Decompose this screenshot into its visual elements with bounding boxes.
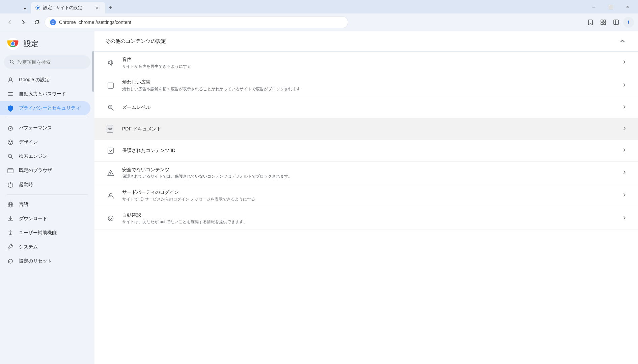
chevron-right-icon	[622, 82, 627, 89]
google-logo	[7, 38, 19, 50]
reset-icon	[7, 257, 14, 265]
sidebar-toggle-button[interactable]	[610, 17, 622, 28]
sidebar-item-download[interactable]: ダウンロード	[0, 212, 90, 226]
restore-button[interactable]: ⬜	[603, 2, 618, 12]
chrome-label: Chrome	[59, 20, 76, 25]
setting-item-unsafe[interactable]: 安全でないコンテンツ 保護されているサイトでは、保護されていないコンテンツはデフ…	[94, 162, 638, 184]
search-icon	[7, 153, 14, 160]
sidebar-item-search[interactable]: 検索エンジン	[0, 149, 90, 163]
setting-item-login[interactable]: サードパーティのログイン サイトで ID サービスからのログイン メッセージを表…	[94, 184, 638, 207]
sidebar-item-label: Google の設定	[19, 77, 50, 83]
search-input[interactable]	[18, 59, 85, 65]
address-bar[interactable]: Chrome chrome://settings/content	[45, 16, 348, 28]
scrollbar-thumb[interactable]	[92, 51, 94, 92]
minimize-button[interactable]: ─	[586, 2, 602, 12]
setting-desc: サイトが音声を再生できるようにする	[122, 64, 616, 69]
tab-dropdown-btn[interactable]: ▾	[20, 4, 30, 13]
svg-text:PDF: PDF	[108, 128, 113, 130]
person-icon	[7, 76, 14, 84]
sidebar-item-design[interactable]: デザイン	[0, 135, 90, 149]
section-header: その他のコンテンツの設定	[94, 31, 638, 52]
address-text: chrome://settings/content	[79, 20, 131, 25]
wrench-icon	[7, 243, 14, 251]
setting-text-pdf: PDF ドキュメント	[122, 126, 616, 132]
drm-icon	[105, 145, 116, 156]
svg-point-13	[11, 42, 15, 46]
setting-title: PDF ドキュメント	[122, 126, 616, 132]
setting-text-drm: 保護されたコンテンツ ID	[122, 147, 616, 154]
new-tab-button[interactable]: +	[105, 2, 116, 13]
section-title: その他のコンテンツの設定	[105, 38, 166, 44]
main-content: その他のコンテンツの設定 音声 サイトが音声を再生できるようにする	[94, 31, 638, 364]
setting-item-drm[interactable]: 保護されたコンテンツ ID	[94, 140, 638, 162]
browser-icon	[7, 167, 14, 174]
sidebar-item-privacy[interactable]: プライバシーとセキュリティ	[0, 101, 90, 115]
list-icon	[7, 90, 14, 98]
back-button[interactable]	[4, 17, 16, 28]
login-icon	[105, 190, 116, 201]
setting-item-pdf[interactable]: PDF PDF ドキュメント	[94, 119, 638, 140]
setting-text-captcha: 自動確認 サイトは、あなたが bot でないことを確認する情報を提供できます。	[122, 212, 616, 225]
setting-item-captcha[interactable]: 自動確認 サイトは、あなたが bot でないことを確認する情報を提供できます。	[94, 207, 638, 230]
sidebar-item-label: 設定のリセット	[19, 258, 52, 264]
gauge-icon	[7, 124, 14, 132]
close-button[interactable]: ✕	[620, 2, 635, 12]
setting-title: 保護されたコンテンツ ID	[122, 147, 616, 154]
setting-item-ads[interactable]: 煩わしい広告 煩わしい広告や誤解を招く広告が表示されることがわかっているサイトで…	[94, 74, 638, 97]
bookmark-button[interactable]	[585, 17, 596, 28]
chevron-right-icon	[622, 170, 627, 176]
sidebar-item-accessibility[interactable]: ユーザー補助機能	[0, 226, 90, 240]
setting-item-audio[interactable]: 音声 サイトが音声を再生できるようにする	[94, 52, 638, 74]
sidebar-item-system[interactable]: システム	[0, 240, 90, 254]
svg-point-44	[110, 175, 111, 175]
reload-button[interactable]	[31, 17, 43, 28]
chevron-right-icon	[622, 192, 627, 199]
sidebar-item-startup[interactable]: 起動時	[0, 178, 90, 192]
ads-icon	[105, 80, 116, 91]
download-icon	[7, 215, 14, 222]
setting-title: 音声	[122, 56, 616, 63]
setting-title: 煩わしい広告	[122, 79, 616, 86]
profile-button[interactable]: I	[623, 17, 634, 28]
svg-point-46	[108, 216, 113, 221]
sidebar-item-label: パフォーマンス	[19, 125, 52, 131]
svg-rect-17	[8, 92, 13, 93]
extensions-button[interactable]	[598, 17, 609, 28]
chevron-right-icon	[622, 126, 627, 132]
sidebar-item-performance[interactable]: パフォーマンス	[0, 121, 90, 135]
svg-line-37	[112, 109, 114, 111]
sidebar: 設定 Google の設定 自動入力とパスワード	[0, 31, 94, 364]
collapse-button[interactable]	[618, 36, 627, 46]
svg-line-15	[13, 63, 14, 64]
sidebar-item-google[interactable]: Google の設定	[0, 73, 90, 87]
setting-item-zoom[interactable]: ズームレベル	[94, 97, 638, 119]
sidebar-header: 設定	[0, 35, 94, 55]
active-tab[interactable]: 設定 - サイトの設定 ✕	[31, 2, 105, 13]
sidebar-item-label: 言語	[19, 202, 28, 208]
captcha-icon	[105, 213, 116, 224]
sidebar-item-language[interactable]: 言語	[0, 198, 90, 212]
sidebar-divider-2	[7, 194, 88, 195]
svg-rect-42	[108, 148, 113, 153]
sidebar-item-autofill[interactable]: 自動入力とパスワード	[0, 87, 90, 101]
svg-point-34	[10, 231, 11, 232]
power-icon	[7, 181, 14, 188]
shield-icon	[7, 104, 14, 112]
sidebar-item-reset[interactable]: 設定のリセット	[0, 254, 90, 268]
svg-point-16	[9, 78, 12, 80]
sidebar-item-label: 既定のブラウザ	[19, 168, 52, 174]
svg-rect-35	[108, 83, 113, 88]
setting-desc: 煩わしい広告や誤解を招く広告が表示されることがわかっているサイトで広告がブロック…	[122, 86, 616, 92]
sidebar-item-label: 検索エンジン	[19, 153, 47, 159]
search-icon	[9, 59, 15, 65]
setting-title: サードパーティのログイン	[122, 189, 616, 196]
tab-close-btn[interactable]: ✕	[94, 5, 100, 11]
forward-button[interactable]	[18, 17, 29, 28]
toolbar: Chrome chrome://settings/content I	[0, 13, 638, 31]
setting-desc: サイトは、あなたが bot でないことを確認する情報を提供できます。	[122, 219, 616, 225]
sidebar-search[interactable]	[4, 55, 90, 69]
sidebar-item-label: システム	[19, 244, 38, 250]
sidebar-item-label: 自動入力とパスワード	[19, 91, 66, 97]
svg-rect-5	[604, 20, 606, 22]
sidebar-item-browser[interactable]: 既定のブラウザ	[0, 163, 90, 178]
